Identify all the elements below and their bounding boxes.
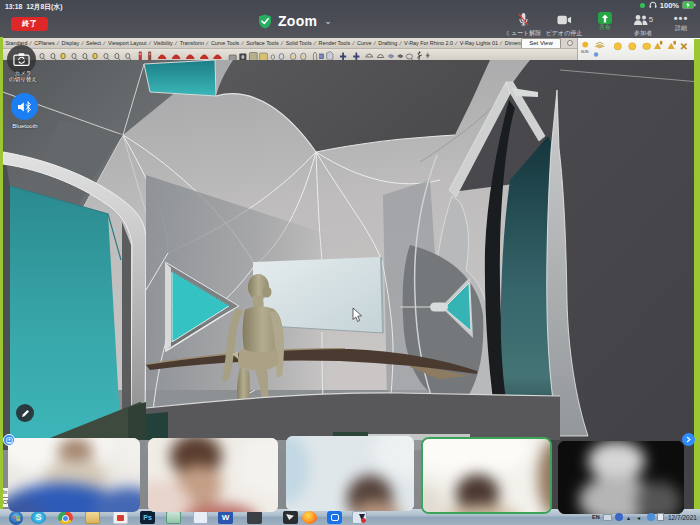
svg-text:SUN: SUN (581, 50, 589, 54)
